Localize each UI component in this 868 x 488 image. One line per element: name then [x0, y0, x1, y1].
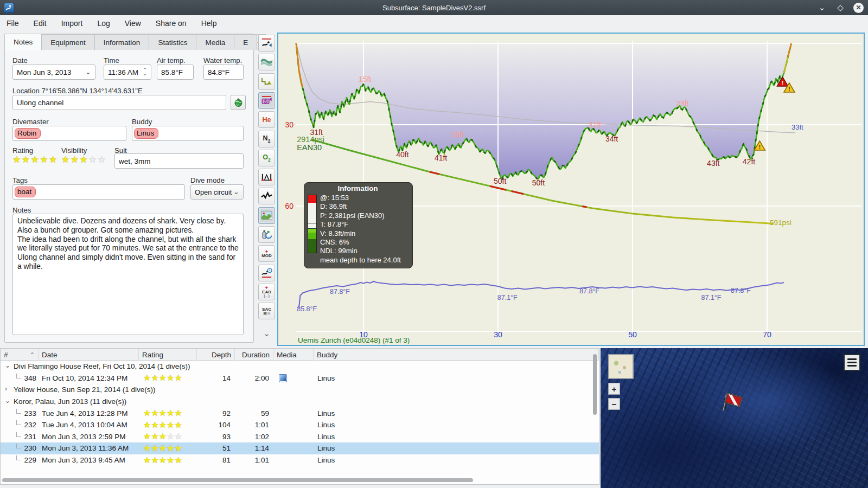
column-header-date[interactable]: Date	[39, 349, 139, 361]
chart-label: 15ft	[359, 75, 371, 84]
buddy-tag[interactable]: Linus	[134, 128, 158, 139]
menu-item-file[interactable]: File	[7, 19, 19, 28]
chevron-right-icon[interactable]: ›	[5, 385, 7, 393]
menu-item-log[interactable]: Log	[97, 19, 110, 28]
star-icon: ★	[22, 155, 31, 165]
column-header-depth[interactable]: Depth	[197, 349, 235, 361]
tab-equipment[interactable]: Equipment	[41, 34, 95, 50]
tab-information[interactable]: Information	[94, 34, 150, 50]
maximize-button[interactable]: ◇	[835, 2, 846, 13]
dive-site-map[interactable]: + −	[601, 348, 868, 488]
star-icon: ★	[151, 455, 158, 465]
calculated-ceiling-icon[interactable]	[258, 73, 275, 90]
globe-button[interactable]	[231, 95, 246, 110]
spinner-arrows-icon[interactable]: ⌃⌄	[143, 68, 147, 76]
dive-trip-row[interactable]: ›Yellow House, Sun Sep 21, 2014 (1 dive(…	[1, 384, 599, 396]
dive-depth: 92	[197, 409, 235, 418]
column-header-rating[interactable]: Rating	[139, 349, 197, 361]
menu-item-edit[interactable]: Edit	[34, 19, 47, 28]
information-tooltip[interactable]: Information @: 15:53D: 36.9ftP: 2,381psi…	[304, 182, 413, 268]
dive-list-header: #⌃DateRatingDepthDurationMediaBuddy	[1, 349, 599, 361]
dive-trip-row[interactable]: ⌄Divi Flamingo House Reef, Fri Oct 10, 2…	[1, 361, 599, 373]
dive-date: Mon Jun 3, 2013 11:36 AM	[39, 444, 139, 452]
minimize-button[interactable]: ⌄	[816, 2, 827, 13]
tree-connector	[16, 444, 21, 448]
notes-textarea[interactable]: Unbelievable dive. Dozens and dozens of …	[12, 214, 244, 335]
air-temp-field[interactable]: 85.8°F	[157, 65, 194, 80]
tooltip-row: P: 2,381psi (EAN30)	[320, 211, 401, 220]
toolbar-collapse-button[interactable]: ⌄	[258, 329, 275, 341]
dive-rating: ★★★★★	[139, 444, 197, 453]
column-header-buddy[interactable]: Buddy	[314, 349, 599, 361]
tab-media[interactable]: Media	[196, 34, 234, 50]
dive-duration: 1:01	[235, 456, 273, 464]
pressure-he-icon[interactable]: He	[258, 111, 275, 128]
photos-icon[interactable]	[258, 207, 275, 224]
menu-item-import[interactable]: Import	[61, 19, 83, 28]
air-temp-label: Air temp.	[157, 56, 186, 65]
tab-e[interactable]: E	[234, 34, 257, 50]
time-field[interactable]: 11:36 AM⌃⌄	[104, 65, 151, 80]
star-icon: ★	[159, 373, 167, 382]
map-overview-thumbnail[interactable]	[608, 354, 634, 379]
location-field[interactable]: Ulong channel	[12, 95, 226, 110]
chevron-down-icon[interactable]: ⌄	[5, 362, 10, 369]
water-temp-field[interactable]: 84.8°F	[203, 65, 244, 80]
ruler-icon[interactable]	[258, 169, 275, 185]
surface-waves-icon[interactable]	[258, 54, 275, 70]
divemaster-field[interactable]: Robin	[12, 126, 126, 141]
buddy-field[interactable]: Linus	[132, 126, 244, 141]
visibility-stars[interactable]: ★★★★★	[61, 154, 107, 165]
date-label: Date	[12, 56, 28, 65]
dive-mode-select[interactable]: Open circuit⌄	[190, 184, 244, 200]
chart-label: 50ft	[532, 178, 545, 187]
dive-mode-icon[interactable]	[258, 35, 275, 52]
column-header-num[interactable]: #⌃	[1, 349, 39, 361]
dive-list-horizontal-scrollbar[interactable]	[2, 478, 593, 482]
ead-icon[interactable]: +EAD(...)	[258, 284, 275, 300]
dive-list-vertical-scrollbar[interactable]	[593, 354, 597, 479]
menu-item-help[interactable]: Help	[201, 19, 217, 28]
pressure-n2-icon[interactable]: N2	[258, 131, 275, 147]
tank-bar-icon[interactable]	[258, 226, 275, 243]
dive-duration: 2:00	[235, 374, 273, 382]
star-icon: ★	[143, 373, 151, 382]
heart-rate-icon[interactable]	[258, 188, 275, 204]
column-header-duration[interactable]: Duration	[235, 349, 273, 361]
dive-row-232[interactable]: 232Tue Jun 4, 2013 10:04 AM★★★★★1041:01L…	[1, 419, 599, 431]
dive-row-229[interactable]: 229Mon Jun 3, 2013 9:45 AM★★★★★811:01Lin…	[1, 454, 599, 466]
sac-icon[interactable]: SAC▦◷	[258, 303, 275, 319]
dive-row-230[interactable]: 230Mon Jun 3, 2013 11:36 AM★★★★★511:14Li…	[1, 442, 599, 454]
dive-row-231[interactable]: 231Mon Jun 3, 2013 2:59 PM★★★★★931:02Lin…	[1, 431, 599, 443]
dive-rating: ★★★★★	[139, 432, 197, 441]
dive-row-348[interactable]: 348Fri Oct 10, 2014 12:34 PM★★★★★142:00L…	[1, 373, 599, 384]
map-zoom-out-button[interactable]: −	[608, 398, 620, 410]
map-menu-button[interactable]	[844, 354, 860, 371]
menu-item-share-on[interactable]: Share on	[156, 19, 187, 28]
date-field[interactable]: Mon Jun 3, 2013⌄	[12, 65, 95, 80]
pressure-o2-icon[interactable]: O2	[258, 150, 275, 166]
tab-notes[interactable]: Notes	[4, 34, 42, 50]
dive-number: 233	[1, 409, 39, 418]
column-header-media[interactable]: Media	[273, 349, 314, 361]
tags-field[interactable]: boat	[12, 184, 185, 200]
rating-stars[interactable]: ★★★★★	[12, 154, 58, 165]
tag-chip[interactable]: boat	[15, 187, 36, 197]
suit-field[interactable]: wet, 3mm	[114, 153, 244, 169]
mod-icon[interactable]: +MOD	[258, 245, 275, 262]
dive-trip-row[interactable]: ⌄Koror, Palau, Jun 2013 (11 dive(s))	[1, 396, 599, 408]
divemaster-tag[interactable]: Robin	[15, 128, 41, 139]
map-zoom-in-button[interactable]: +	[608, 383, 620, 395]
ndl-icon[interactable]	[258, 265, 275, 281]
menu-item-view[interactable]: View	[125, 19, 141, 28]
dive-row-233[interactable]: 233Tue Jun 4, 2013 12:28 PM★★★★★9259Linu…	[1, 407, 599, 419]
chevron-down-icon[interactable]: ⌄	[5, 397, 10, 404]
dive-flag-marker[interactable]	[719, 390, 747, 418]
tooltip-row: D: 36.9ft	[320, 202, 401, 211]
close-button[interactable]: ✕	[853, 3, 864, 13]
tab-statistics[interactable]: Statistics	[149, 34, 196, 50]
dc-reported-ceiling-icon[interactable]	[258, 92, 275, 109]
dive-depth: 51	[197, 444, 235, 452]
media-thumbnail-icon[interactable]	[279, 374, 287, 382]
svg-text:!: !	[759, 144, 761, 150]
